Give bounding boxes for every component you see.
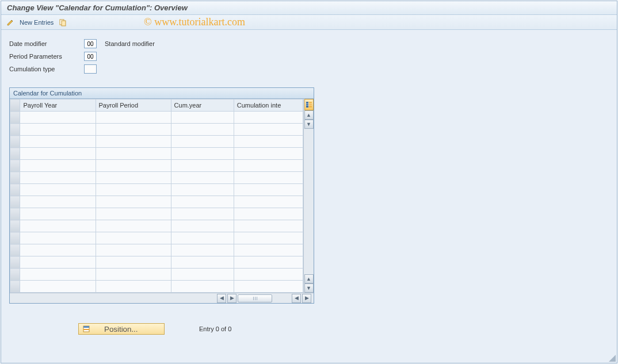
table-cell[interactable] — [20, 172, 96, 184]
table-cell[interactable] — [171, 148, 234, 160]
row-select-handle[interactable] — [10, 232, 20, 244]
table-row[interactable] — [10, 208, 303, 220]
table-row[interactable] — [10, 160, 303, 172]
toggle-edit-icon[interactable] — [6, 18, 15, 27]
table-cell[interactable] — [234, 244, 303, 256]
table-cell[interactable] — [96, 112, 171, 124]
table-cell[interactable] — [20, 256, 96, 269]
position-button[interactable]: Position... — [78, 323, 165, 335]
table-settings-icon[interactable] — [304, 99, 314, 110]
table-cell[interactable] — [96, 208, 171, 220]
table-cell[interactable] — [234, 160, 303, 172]
row-select-handle[interactable] — [10, 172, 20, 184]
table-cell[interactable] — [234, 112, 303, 124]
row-select-handle[interactable] — [10, 148, 20, 160]
scroll-up-icon[interactable]: ▲ — [304, 110, 314, 120]
table-cell[interactable] — [171, 232, 234, 244]
table-cell[interactable] — [20, 160, 96, 172]
horizontal-scrollbar[interactable]: ◀ ▶ ◀ ▶ — [10, 293, 314, 303]
resize-handle-icon[interactable] — [609, 355, 616, 362]
table-row[interactable] — [10, 136, 303, 148]
table-cell[interactable] — [234, 172, 303, 184]
table-cell[interactable] — [20, 124, 96, 136]
table-cell[interactable] — [20, 136, 96, 148]
row-select-handle[interactable] — [10, 256, 20, 269]
table-cell[interactable] — [96, 148, 171, 160]
table-cell[interactable] — [234, 269, 303, 281]
table-cell[interactable] — [171, 124, 234, 136]
row-select-handle[interactable] — [10, 281, 20, 293]
row-select-handle[interactable] — [10, 220, 20, 232]
table-cell[interactable] — [96, 124, 171, 136]
hscroll-right-icon[interactable]: ▶ — [302, 294, 311, 303]
table-cell[interactable] — [20, 196, 96, 208]
table-row[interactable] — [10, 124, 303, 136]
table-cell[interactable] — [96, 136, 171, 148]
select-all-handle[interactable] — [10, 99, 20, 112]
row-select-handle[interactable] — [10, 136, 20, 148]
table-cell[interactable] — [20, 112, 96, 124]
col-payroll-period[interactable]: Payroll Period — [96, 99, 171, 112]
hscroll-left-icon[interactable]: ◀ — [217, 294, 226, 303]
table-cell[interactable] — [171, 172, 234, 184]
table-cell[interactable] — [96, 172, 171, 184]
table-cell[interactable] — [96, 281, 171, 293]
table-cell[interactable] — [234, 281, 303, 293]
table-cell[interactable] — [20, 269, 96, 281]
table-cell[interactable] — [171, 220, 234, 232]
table-cell[interactable] — [234, 136, 303, 148]
scroll-down-icon[interactable]: ▼ — [304, 283, 314, 293]
table-cell[interactable] — [234, 184, 303, 196]
table-cell[interactable] — [234, 232, 303, 244]
table-cell[interactable] — [171, 208, 234, 220]
table-row[interactable] — [10, 256, 303, 269]
hscroll-left-step-icon[interactable]: ◀ — [292, 294, 301, 303]
col-payroll-year[interactable]: Payroll Year — [20, 99, 96, 112]
table-cell[interactable] — [20, 220, 96, 232]
scroll-up-step-icon[interactable]: ▲ — [304, 274, 314, 283]
date-modifier-input[interactable] — [84, 39, 97, 48]
table-row[interactable] — [10, 269, 303, 281]
table-cell[interactable] — [96, 160, 171, 172]
copy-icon[interactable] — [58, 18, 67, 27]
hscroll-right-step-icon[interactable]: ▶ — [227, 294, 236, 303]
table-row[interactable] — [10, 244, 303, 256]
table-cell[interactable] — [171, 281, 234, 293]
row-select-handle[interactable] — [10, 124, 20, 136]
col-cum-year[interactable]: Cum.year — [171, 99, 234, 112]
new-entries-button[interactable]: New Entries — [20, 19, 54, 26]
table-cell[interactable] — [20, 232, 96, 244]
table-cell[interactable] — [96, 256, 171, 269]
table-cell[interactable] — [20, 244, 96, 256]
vertical-scrollbar[interactable]: ▲ ▼ ▲ ▼ — [303, 99, 314, 293]
table-row[interactable] — [10, 112, 303, 124]
table-row[interactable] — [10, 220, 303, 232]
table-row[interactable] — [10, 172, 303, 184]
table-row[interactable] — [10, 196, 303, 208]
table-cell[interactable] — [20, 208, 96, 220]
table-cell[interactable] — [96, 244, 171, 256]
table-cell[interactable] — [171, 196, 234, 208]
table-cell[interactable] — [171, 160, 234, 172]
table-row[interactable] — [10, 148, 303, 160]
col-cumulation-inte[interactable]: Cumulation inte — [234, 99, 303, 112]
row-select-handle[interactable] — [10, 160, 20, 172]
row-select-handle[interactable] — [10, 196, 20, 208]
row-select-handle[interactable] — [10, 184, 20, 196]
table-cell[interactable] — [171, 269, 234, 281]
scroll-down-step-icon[interactable]: ▼ — [304, 120, 314, 129]
row-select-handle[interactable] — [10, 112, 20, 124]
table-cell[interactable] — [171, 112, 234, 124]
table-cell[interactable] — [20, 184, 96, 196]
table-row[interactable] — [10, 281, 303, 293]
period-parameters-input[interactable] — [84, 52, 97, 61]
table-cell[interactable] — [171, 244, 234, 256]
table-cell[interactable] — [171, 184, 234, 196]
table-cell[interactable] — [96, 184, 171, 196]
table-row[interactable] — [10, 232, 303, 244]
table-cell[interactable] — [234, 124, 303, 136]
table-cell[interactable] — [234, 256, 303, 269]
cumulation-type-input[interactable] — [84, 64, 97, 74]
row-select-handle[interactable] — [10, 244, 20, 256]
table-cell[interactable] — [96, 196, 171, 208]
